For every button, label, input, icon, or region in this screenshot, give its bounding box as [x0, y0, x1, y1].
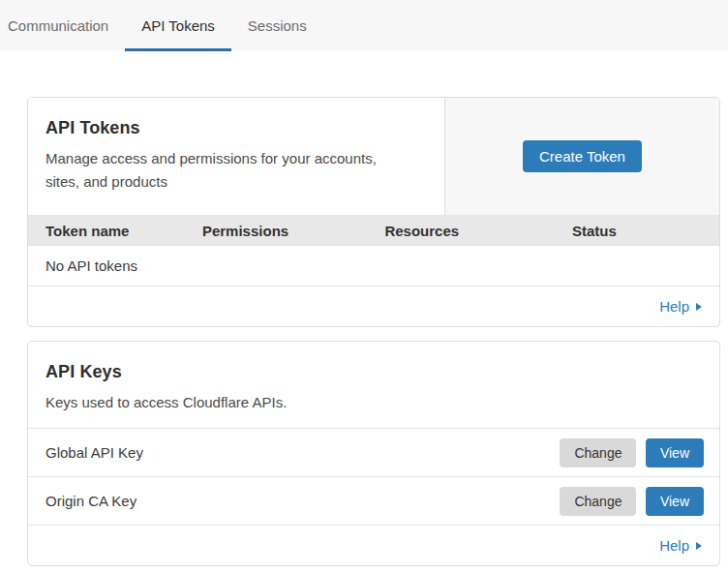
api-tokens-description: Manage access and permissions for your a…: [46, 147, 396, 194]
create-token-button[interactable]: Create Token: [523, 140, 642, 172]
origin-ca-key-label: Origin CA Key: [46, 493, 136, 509]
tab-communication[interactable]: Communication: [0, 0, 125, 51]
tab-api-tokens[interactable]: API Tokens: [125, 0, 231, 51]
tab-sessions[interactable]: Sessions: [231, 0, 323, 51]
help-label: Help: [659, 298, 689, 315]
column-token-name: Token name: [28, 223, 202, 239]
api-tokens-header: API Tokens Manage access and permissions…: [28, 98, 719, 215]
column-status: Status: [572, 223, 719, 239]
api-tokens-header-text: API Tokens Manage access and permissions…: [28, 98, 444, 215]
help-label: Help: [659, 537, 689, 554]
tab-bar: Communication API Tokens Sessions: [0, 0, 728, 51]
change-origin-ca-key-button[interactable]: Change: [560, 487, 636, 516]
api-keys-card: API Keys Keys used to access Cloudflare …: [27, 341, 720, 566]
global-api-key-label: Global API Key: [46, 444, 143, 461]
right-triangle-icon: [696, 303, 702, 311]
column-resources: Resources: [384, 223, 571, 239]
origin-ca-key-row: Origin CA Key Change View: [28, 477, 719, 526]
api-tokens-help-link[interactable]: Help: [659, 298, 702, 315]
column-permissions: Permissions: [202, 223, 384, 239]
empty-tokens-message: No API tokens: [46, 257, 137, 274]
right-triangle-icon: [696, 542, 702, 550]
api-keys-footer: Help: [28, 526, 719, 565]
api-tokens-title: API Tokens: [46, 118, 427, 138]
api-keys-description: Keys used to access Cloudflare APIs.: [46, 391, 396, 414]
api-tokens-card: API Tokens Manage access and permissions…: [27, 97, 720, 327]
view-origin-ca-key-button[interactable]: View: [646, 487, 704, 516]
global-api-key-actions: Change View: [560, 438, 704, 467]
main-content: API Tokens Manage access and permissions…: [27, 97, 720, 566]
view-global-api-key-button[interactable]: View: [646, 438, 704, 467]
empty-tokens-row: No API tokens: [28, 246, 719, 286]
api-keys-help-link[interactable]: Help: [659, 537, 702, 554]
origin-ca-key-actions: Change View: [560, 487, 704, 516]
api-tokens-footer: Help: [28, 286, 719, 326]
api-keys-header: API Keys Keys used to access Cloudflare …: [28, 342, 719, 429]
api-keys-title: API Keys: [46, 362, 702, 382]
token-table-header: Token name Permissions Resources Status: [28, 215, 719, 246]
change-global-api-key-button[interactable]: Change: [560, 438, 636, 467]
global-api-key-row: Global API Key Change View: [28, 429, 719, 477]
create-token-panel: Create Token: [444, 98, 719, 215]
